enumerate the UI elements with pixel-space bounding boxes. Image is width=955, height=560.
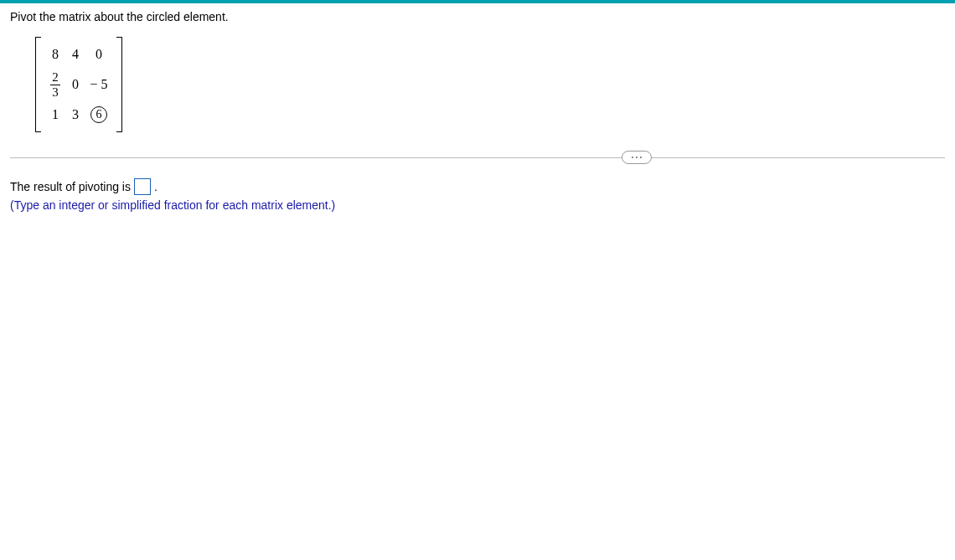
answer-line: The result of pivoting is .: [10, 178, 945, 195]
matrix-cell: 4: [66, 47, 85, 62]
ellipsis-icon: [632, 157, 633, 158]
matrix-cell: 1: [44, 107, 66, 122]
matrix-row: 2 3 0 − 5: [44, 67, 113, 102]
matrix-bracket-right: [116, 37, 122, 132]
matrix-cell: 0: [85, 47, 113, 62]
matrix-row: 1 3 6: [44, 102, 113, 127]
matrix-cell: 3: [66, 107, 85, 122]
answer-input[interactable]: [134, 178, 151, 195]
content-area: Pivot the matrix about the circled eleme…: [0, 3, 955, 218]
ellipsis-icon: [640, 157, 642, 158]
matrix: 8 4 0 2 3 0 − 5 1 3 6: [35, 37, 122, 132]
matrix-cell: 6: [85, 106, 113, 123]
section-divider: [10, 157, 945, 158]
divider-line: [10, 157, 945, 158]
fraction: 2 3: [50, 71, 60, 99]
matrix-cell: 8: [44, 47, 66, 62]
fraction-numerator: 2: [50, 71, 60, 85]
matrix-cell: 2 3: [44, 71, 66, 99]
answer-prefix: The result of pivoting is: [10, 180, 131, 193]
ellipsis-icon: [636, 157, 638, 158]
matrix-body: 8 4 0 2 3 0 − 5 1 3 6: [41, 37, 116, 132]
expand-button[interactable]: [622, 151, 652, 164]
matrix-cell: 0: [66, 77, 85, 92]
question-text: Pivot the matrix about the circled eleme…: [10, 10, 945, 23]
matrix-bracket-left: [35, 37, 41, 132]
matrix-cell: − 5: [85, 77, 113, 92]
matrix-row: 8 4 0: [44, 42, 113, 67]
fraction-denominator: 3: [50, 85, 60, 99]
circled-pivot-element: 6: [90, 106, 107, 123]
answer-hint: (Type an integer or simplified fraction …: [10, 198, 945, 212]
answer-suffix: .: [154, 180, 157, 193]
